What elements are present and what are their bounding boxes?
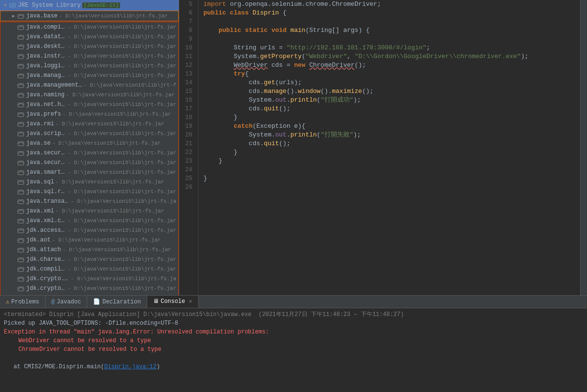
console-line-5 [4, 354, 583, 362]
console-terminated: <terminated> Disprin [Java Application] … [4, 310, 583, 319]
jre-icon [9, 1, 16, 9]
console-label: Console [161, 298, 185, 305]
bottom-panel: ⚠ Problems @ Javadoc 📄 Declaration 🖥 Con… [0, 295, 587, 392]
list-item[interactable]: java.xml - D:\java\Version15\lib\jrt-fs.… [0, 206, 178, 216]
code-lines: import org.openqa.selenium.chrome.Chrome… [199, 0, 580, 295]
console-tab-x: ✕ [189, 298, 192, 304]
list-item[interactable]: java.security.jgss - D:\java\Version15\l… [0, 148, 178, 158]
console-line-6: at CMIS2/MOE.Disprin.main(Disprin.java:1… [4, 362, 583, 371]
line-numbers: 5 6 7 8 9 10 11 12 13 14 15 16 17 18 19 … [179, 0, 199, 295]
list-item[interactable]: jdk.attach - D:\java\Version15\lib\jrt-f… [0, 245, 178, 255]
list-item[interactable]: java.rmi - D:\java\Version15\lib\jrt-fs.… [0, 119, 178, 129]
jre-arrow: ▼ [2, 3, 9, 8]
tab-console[interactable]: 🖥 Console ✕ [147, 296, 199, 308]
declaration-label: Declaration [102, 299, 140, 305]
list-item[interactable]: jdk.compiler - D:\java\Version15\lib\jrt… [0, 264, 178, 274]
code-editor[interactable]: 5 6 7 8 9 10 11 12 13 14 15 16 17 18 19 … [179, 0, 587, 295]
tab-javadoc[interactable]: @ Javadoc [46, 296, 88, 308]
main-area: ▼ JRE System Library [JavaSE-11] ▶ java.… [0, 0, 587, 295]
list-item[interactable]: java.management.rmi - D:\java\Version15\… [0, 80, 178, 90]
console-icon: 🖥 [153, 298, 159, 305]
javadoc-icon: @ [51, 299, 55, 305]
jre-system-library[interactable]: ▼ JRE System Library [JavaSE-11] [0, 0, 179, 11]
list-item[interactable]: java.security.sasl - D:\java\Version15\l… [0, 158, 178, 167]
tab-declaration[interactable]: 📄 Declaration [87, 296, 147, 308]
list-item[interactable]: java.compiler - D:\java\Version15\lib\jr… [0, 22, 178, 32]
problems-label: Problems [11, 299, 39, 305]
list-item[interactable]: java.smartcardio - D:\java\Version15\lib… [0, 167, 178, 177]
list-item[interactable]: jdk.crypto.ec - D:\java\Version15\lib\jr… [0, 284, 178, 293]
list-item[interactable]: java.sql.rowset - D:\java\Version15\lib\… [0, 187, 178, 196]
console-link[interactable]: Disprin.java:12 [104, 363, 156, 370]
declaration-icon: 📄 [93, 298, 100, 305]
console-line-2: Exception in thread "main" java.lang.Err… [4, 328, 583, 336]
list-item[interactable]: java.xml.crypto - D:\java\Version15\lib\… [0, 216, 178, 226]
console-line-4: ChromeDriver cannot be resolved to a typ… [4, 345, 583, 354]
list-item[interactable]: jdk.aot - D:\java\Version15\lib\jrt-fs.j… [0, 235, 178, 245]
bottom-tab-bar: ⚠ Problems @ Javadoc 📄 Declaration 🖥 Con… [0, 296, 587, 308]
console-line-3: WebDriver cannot be resolved to a type [4, 336, 583, 345]
svg-rect-1 [11, 4, 15, 6]
list-item[interactable]: java.se - D:\java\Version15\lib\jrt-fs.j… [0, 138, 178, 148]
highlighted-group: java.compiler - D:\java\Version15\lib\jr… [0, 22, 179, 295]
list-item[interactable]: java.logging - D:\java\Version15\lib\jrt… [0, 61, 178, 71]
list-item[interactable]: java.sql - D:\java\Version15\lib\jrt-fs.… [0, 177, 178, 187]
list-item[interactable]: ▶ java.base - D:\java\Version15\lib\jrt-… [0, 11, 179, 21]
jre-badge: [JavaSE-11] [82, 2, 121, 8]
console-output: <terminated> Disprin [Java Application] … [0, 308, 587, 392]
list-item[interactable]: java.transaction.xa - D:\java\Version15\… [0, 196, 178, 206]
editor-scrollbar[interactable] [580, 0, 587, 295]
list-item[interactable]: jdk.crypto.cryptoki - D:\java\Version15\… [0, 274, 178, 284]
list-item[interactable]: jdk.charsets - D:\java\Version15\lib\jrt… [0, 255, 178, 264]
list-item[interactable]: java.net.http - D:\java\Version15\lib\jr… [0, 100, 178, 109]
list-item[interactable]: java.desktop - D:\java\Version15\lib\jrt… [0, 42, 178, 51]
problems-icon: ⚠ [6, 298, 9, 305]
sidebar[interactable]: ▼ JRE System Library [JavaSE-11] ▶ java.… [0, 0, 179, 295]
list-item[interactable]: java.scripting - D:\java\Version15\lib\j… [0, 129, 178, 138]
list-item[interactable]: jdk.accessibility - D:\java\Version15\li… [0, 226, 178, 235]
list-item[interactable]: java.naming - D:\java\Version15\lib\jrt-… [0, 90, 178, 100]
console-line-1: Picked up JAVA_TOOL_OPTIONS: -Dfile.enco… [4, 319, 583, 328]
list-item[interactable]: java.prefs - D:\java\Version15\lib\jrt-f… [0, 109, 178, 119]
list-item[interactable]: java.management - D:\java\Version15\lib\… [0, 71, 178, 80]
list-item[interactable]: java.datatransfer - D:\java\Version15\li… [0, 32, 178, 42]
javadoc-label: Javadoc [57, 299, 81, 305]
tab-problems[interactable]: ⚠ Problems [0, 296, 46, 308]
list-item[interactable]: java.instrument - D:\java\Version15\lib\… [0, 51, 178, 61]
jre-label: JRE System Library [18, 2, 81, 9]
